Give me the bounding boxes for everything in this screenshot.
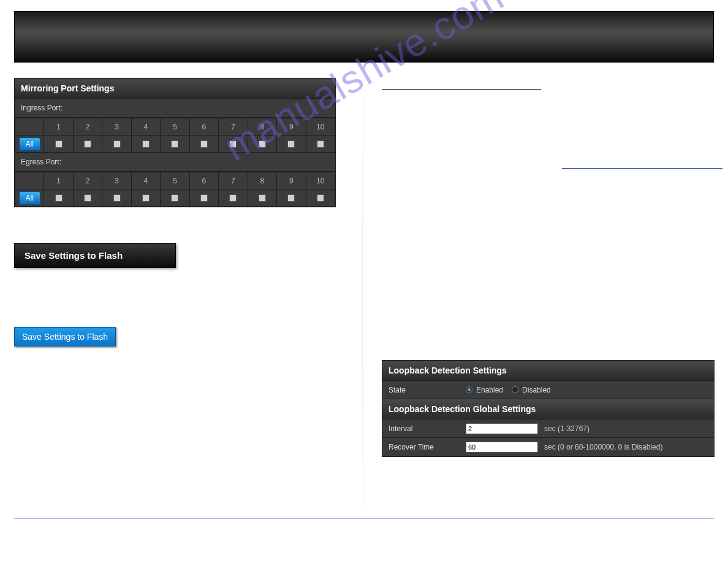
port-header: 5 (161, 118, 189, 136)
ingress-port-1-checkbox[interactable] (55, 140, 63, 148)
recover-input[interactable] (466, 442, 538, 453)
ingress-port-5-checkbox[interactable] (171, 140, 178, 148)
ingress-port-3-checkbox[interactable] (113, 140, 121, 148)
ingress-port-table: 1 2 3 4 5 6 7 8 9 10 All (15, 118, 335, 153)
ingress-port-2-checkbox[interactable] (84, 140, 91, 148)
link-underline (562, 168, 722, 169)
ingress-port-8-checkbox[interactable] (259, 140, 266, 148)
mirroring-title: Mirroring Port Settings (15, 79, 335, 99)
port-header: 4 (131, 172, 160, 190)
egress-port-table: 1 2 3 4 5 6 7 8 9 10 All (15, 172, 335, 207)
interval-input[interactable] (466, 423, 538, 434)
loopback-title: Loopback Detection Settings (382, 361, 714, 381)
interval-label: Interval (382, 424, 463, 433)
port-header: 2 (73, 118, 102, 136)
port-header: 6 (189, 118, 218, 136)
save-settings-dark-button[interactable]: Save Settings to Flash (14, 243, 176, 268)
port-header: 6 (189, 172, 218, 190)
loopback-panel: Loopback Detection Settings State Enable… (382, 360, 715, 457)
footer-divider (14, 518, 714, 519)
ingress-port-10-checkbox[interactable] (317, 140, 324, 148)
egress-port-6-checkbox[interactable] (200, 194, 208, 202)
heading-underline (382, 89, 541, 90)
port-header: 9 (277, 172, 306, 190)
port-header: 10 (306, 172, 335, 190)
ingress-port-9-checkbox[interactable] (287, 140, 295, 148)
egress-port-7-checkbox[interactable] (229, 194, 237, 202)
state-label: State (382, 386, 463, 394)
egress-port-4-checkbox[interactable] (142, 194, 150, 202)
port-header: 3 (102, 118, 131, 136)
loopback-global-title: Loopback Detection Global Settings (382, 399, 714, 419)
port-header: 7 (219, 118, 248, 136)
ingress-port-6-checkbox[interactable] (200, 140, 208, 148)
port-header: 7 (219, 172, 248, 190)
port-header: 1 (44, 118, 73, 136)
ingress-all-button[interactable]: All (19, 137, 40, 151)
port-header: 5 (161, 172, 189, 190)
port-header: 1 (44, 172, 73, 190)
port-header: 4 (131, 118, 160, 136)
recover-hint: sec (0 or 60-1000000, 0 is Disabled) (544, 443, 662, 451)
egress-port-1-checkbox[interactable] (55, 194, 63, 202)
ingress-port-4-checkbox[interactable] (142, 140, 150, 148)
port-header: 2 (73, 172, 102, 190)
mirroring-panel: Mirroring Port Settings Ingress Port: 1 … (14, 78, 336, 207)
header-banner (14, 11, 714, 63)
egress-port-2-checkbox[interactable] (84, 194, 91, 202)
egress-port-10-checkbox[interactable] (317, 194, 324, 202)
port-header: 3 (102, 172, 131, 190)
recover-label: Recover Time (382, 443, 463, 451)
interval-hint: sec (1-32767) (544, 424, 590, 433)
egress-port-8-checkbox[interactable] (259, 194, 266, 202)
state-disabled-radio[interactable] (512, 386, 518, 393)
port-header: 8 (248, 118, 276, 136)
egress-label: Egress Port: (15, 153, 335, 172)
disabled-label: Disabled (522, 386, 551, 394)
port-header: 10 (306, 118, 335, 136)
enabled-label: Enabled (476, 386, 503, 394)
port-header: 8 (248, 172, 276, 190)
egress-port-5-checkbox[interactable] (171, 194, 178, 202)
save-settings-blue-button[interactable]: Save Settings to Flash (14, 327, 116, 347)
state-enabled-radio[interactable] (466, 386, 472, 393)
egress-port-3-checkbox[interactable] (113, 194, 121, 202)
port-header: 9 (277, 118, 306, 136)
egress-port-9-checkbox[interactable] (287, 194, 295, 202)
ingress-label: Ingress Port: (15, 99, 335, 118)
egress-all-button[interactable]: All (19, 191, 40, 205)
ingress-port-7-checkbox[interactable] (229, 140, 237, 148)
